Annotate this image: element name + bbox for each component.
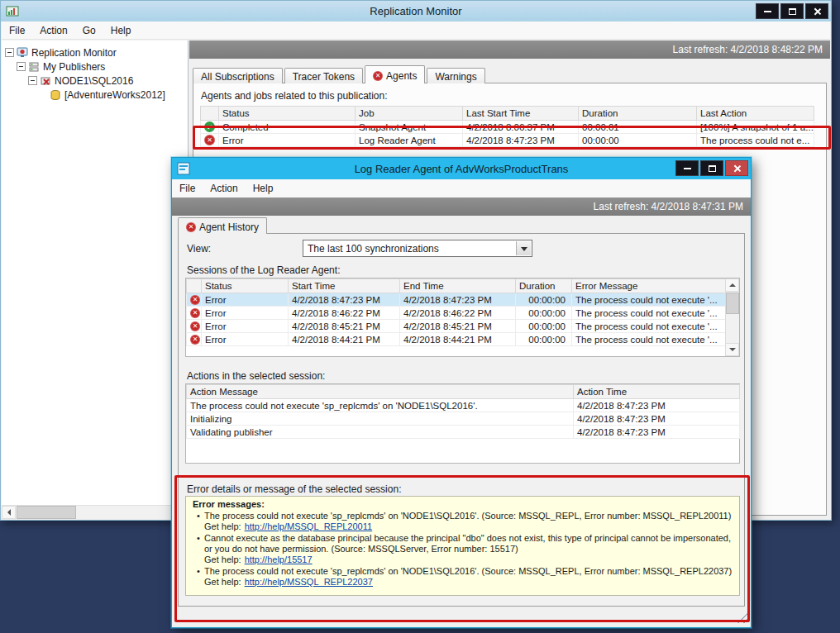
column-header-error-message[interactable]: Error Message bbox=[572, 279, 726, 293]
agent-row-snapshot-agent[interactable]: Completed Snapshot Agent 4/2/2018 8:06:3… bbox=[201, 121, 814, 134]
last-refresh-text: Last refresh: 4/2/2018 8:47:31 PM bbox=[594, 201, 743, 212]
close-icon bbox=[733, 164, 741, 173]
sessions-vertical-scrollbar[interactable] bbox=[725, 278, 739, 356]
tree-item-replication-monitor[interactable]: Replication Monitor bbox=[2, 45, 188, 59]
cell-last-action: The process could not e... bbox=[697, 134, 814, 147]
column-header-last-start-time[interactable]: Last Start Time bbox=[463, 107, 579, 121]
help-link[interactable]: http://help/15517 bbox=[245, 554, 313, 564]
cell-duration: 00:00:00 bbox=[579, 134, 697, 147]
cell-job: Log Reader Agent bbox=[356, 134, 463, 147]
error-icon bbox=[190, 308, 200, 318]
session-row-selected[interactable]: Error 4/2/2018 8:47:23 PM 4/2/2018 8:47:… bbox=[187, 293, 726, 307]
bullet-icon bbox=[193, 566, 204, 588]
close-button[interactable] bbox=[725, 160, 748, 176]
view-combobox[interactable]: The last 100 synchronizations bbox=[303, 240, 532, 257]
resize-grip[interactable] bbox=[737, 612, 748, 623]
sessions-table: Status Start Time End Time Duration Erro… bbox=[186, 278, 726, 346]
tree-item-node1-sql2016[interactable]: NODE1\SQL2016 bbox=[2, 74, 188, 88]
error-icon bbox=[373, 71, 383, 81]
tree-item-label: [AdventureWorks2012] bbox=[64, 89, 165, 101]
column-header-action-time[interactable]: Action Time bbox=[574, 385, 740, 399]
session-row[interactable]: Error 4/2/2018 8:45:21 PM 4/2/2018 8:45:… bbox=[187, 320, 726, 333]
scroll-left-button[interactable] bbox=[2, 506, 16, 519]
dialog-titlebar[interactable]: Log Reader Agent of AdvWorksProductTrans bbox=[172, 158, 751, 179]
collapse-icon[interactable] bbox=[28, 76, 37, 85]
agents-table-header-row: Status Job Last Start Time Duration Last… bbox=[201, 107, 814, 121]
tab-agents[interactable]: Agents bbox=[365, 65, 425, 83]
menu-help[interactable]: Help bbox=[103, 22, 139, 39]
cell-start-time: 4/2/2018 8:47:23 PM bbox=[289, 293, 400, 307]
session-row[interactable]: Error 4/2/2018 8:44:21 PM 4/2/2018 8:44:… bbox=[187, 333, 726, 346]
column-header-last-action[interactable]: Last Action bbox=[697, 107, 814, 121]
cell-error-message: The process could not execute '... bbox=[572, 333, 726, 346]
menu-go[interactable]: Go bbox=[75, 22, 103, 39]
cell-end-time: 4/2/2018 8:44:21 PM bbox=[400, 333, 516, 346]
cell-action-message: Initializing bbox=[187, 412, 574, 426]
cell-start-time: 4/2/2018 8:44:21 PM bbox=[289, 333, 400, 346]
column-header-action-message[interactable]: Action Message bbox=[187, 385, 574, 399]
tab-label: Agent History bbox=[199, 221, 259, 233]
dropdown-button[interactable] bbox=[516, 241, 531, 255]
cell-last-start-time: 4/2/2018 8:06:37 PM bbox=[463, 121, 579, 134]
collapse-icon[interactable] bbox=[5, 48, 14, 57]
column-header-icon[interactable] bbox=[187, 279, 202, 293]
minimize-button[interactable] bbox=[675, 160, 699, 176]
action-row[interactable]: Initializing 4/2/2018 8:47:23 PM bbox=[187, 412, 740, 426]
column-header-start-time[interactable]: Start Time bbox=[289, 279, 400, 293]
session-row[interactable]: Error 4/2/2018 8:46:22 PM 4/2/2018 8:46:… bbox=[187, 307, 726, 320]
minimize-icon bbox=[684, 168, 691, 169]
scroll-down-button[interactable] bbox=[725, 343, 739, 356]
column-header-status[interactable]: Status bbox=[202, 279, 289, 293]
minimize-button[interactable] bbox=[756, 3, 779, 19]
menu-action[interactable]: Action bbox=[32, 22, 74, 39]
collapse-icon[interactable] bbox=[17, 62, 26, 71]
error-icon bbox=[190, 321, 200, 331]
help-link[interactable]: http://help/MSSQL_REPL22037 bbox=[245, 577, 373, 587]
get-help-label: Get help: bbox=[204, 521, 241, 531]
tree-item-my-publishers[interactable]: My Publishers bbox=[2, 59, 188, 74]
column-header-duration[interactable]: Duration bbox=[516, 279, 572, 293]
cell-duration: 00:00:01 bbox=[579, 121, 697, 134]
maximize-button[interactable] bbox=[780, 3, 804, 19]
tab-agent-history[interactable]: Agent History bbox=[178, 217, 267, 234]
cell-end-time: 4/2/2018 8:45:21 PM bbox=[400, 320, 516, 333]
maximize-button[interactable] bbox=[700, 160, 723, 176]
cell-status-icon bbox=[187, 307, 202, 320]
menu-help[interactable]: Help bbox=[246, 180, 281, 197]
menu-file[interactable]: File bbox=[2, 22, 32, 39]
menu-file[interactable]: File bbox=[172, 180, 203, 197]
cell-action-time: 4/2/2018 8:47:23 PM bbox=[574, 399, 740, 412]
error-icon bbox=[190, 295, 200, 305]
action-row[interactable]: The process could not execute 'sp_replcm… bbox=[187, 399, 740, 412]
action-row[interactable]: Validating publisher 4/2/2018 8:47:23 PM bbox=[187, 426, 740, 439]
error-message-item: The process could not execute 'sp_replcm… bbox=[193, 566, 733, 588]
cell-duration: 00:00:00 bbox=[516, 333, 572, 346]
main-titlebar[interactable]: Replication Monitor bbox=[1, 1, 831, 21]
cell-status: Error bbox=[202, 293, 289, 307]
close-button[interactable] bbox=[805, 3, 828, 19]
dialog-title: Log Reader Agent of AdvWorksProductTrans bbox=[263, 163, 660, 175]
menu-action[interactable]: Action bbox=[203, 180, 245, 197]
column-header-status[interactable]: Status bbox=[219, 107, 356, 121]
error-details-panel: Error messages: The process could not ex… bbox=[185, 496, 740, 596]
help-link[interactable]: http://help/MSSQL_REPL20011 bbox=[245, 521, 373, 531]
cell-status: Completed bbox=[219, 121, 356, 134]
scroll-up-button[interactable] bbox=[725, 278, 739, 292]
column-header-end-time[interactable]: End Time bbox=[400, 279, 516, 293]
bullet-icon bbox=[193, 533, 204, 565]
cell-status: Error bbox=[219, 134, 356, 147]
column-header-job[interactable]: Job bbox=[356, 107, 463, 121]
tab-all-subscriptions[interactable]: All Subscriptions bbox=[193, 68, 283, 83]
tree-horizontal-scrollbar[interactable] bbox=[2, 505, 188, 519]
cell-status-icon bbox=[187, 320, 202, 333]
tree-item-adventureworks2012[interactable]: [AdventureWorks2012] bbox=[2, 88, 188, 102]
tab-tracer-tokens[interactable]: Tracer Tokens bbox=[284, 68, 363, 83]
server-error-icon bbox=[40, 75, 51, 87]
desktop: Replication Monitor File Action Go Help bbox=[0, 0, 840, 633]
scrollbar-thumb[interactable] bbox=[17, 506, 76, 519]
column-header-duration[interactable]: Duration bbox=[579, 107, 697, 121]
column-header-icon[interactable] bbox=[201, 107, 219, 121]
scrollbar-thumb[interactable] bbox=[726, 293, 739, 314]
agent-row-log-reader-agent[interactable]: Error Log Reader Agent 4/2/2018 8:47:23 … bbox=[201, 134, 814, 147]
tab-warnings[interactable]: Warnings bbox=[427, 68, 484, 83]
